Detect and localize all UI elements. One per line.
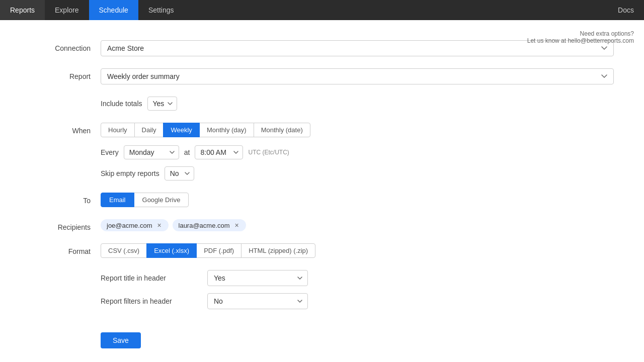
- at-label: at: [184, 148, 190, 156]
- nav-explore[interactable]: Explore: [45, 0, 89, 20]
- skip-empty-select[interactable]: No Yes: [165, 166, 194, 180]
- skip-empty-label: Skip empty reports: [101, 169, 159, 177]
- recipients-control: joe@acme.com × laura@acme.com ×: [101, 219, 614, 231]
- recipients-label: Recipients: [30, 219, 101, 231]
- report-title-header-label: Report title in header: [101, 274, 201, 282]
- to-label: To: [30, 193, 101, 205]
- save-button[interactable]: Save: [101, 332, 141, 348]
- connection-row: Connection Acme Store: [30, 40, 614, 56]
- when-control: Hourly Daily Weekly Monthly (day) Monthl…: [101, 123, 614, 180]
- format-csv[interactable]: CSV (.csv): [101, 243, 147, 258]
- report-row: Report Weekly order summary: [30, 68, 614, 84]
- format-row: Format CSV (.csv) Excel (.xlsx) PDF (.pd…: [30, 243, 614, 258]
- recipients-area: joe@acme.com × laura@acme.com ×: [101, 219, 614, 231]
- report-select[interactable]: Weekly order summary: [101, 68, 614, 84]
- report-title-header-spacer: [30, 270, 101, 274]
- tab-hourly[interactable]: Hourly: [101, 123, 135, 137]
- format-button-group: CSV (.csv) Excel (.xlsx) PDF (.pdf) HTML…: [101, 243, 614, 258]
- timezone-label: UTC (Etc/UTC): [248, 149, 289, 156]
- nav-settings[interactable]: Settings: [138, 0, 184, 20]
- to-tab-group: Email Google Drive: [101, 193, 614, 207]
- report-filters-header-label: Report filters in header: [101, 297, 201, 305]
- include-totals-label: Include totals: [101, 100, 142, 108]
- help-line1: Need extra options?: [527, 30, 634, 37]
- tab-weekly[interactable]: Weekly: [163, 123, 199, 137]
- when-label: When: [30, 123, 101, 135]
- format-control: CSV (.csv) Excel (.xlsx) PDF (.pdf) HTML…: [101, 243, 614, 258]
- report-control: Weekly order summary: [101, 68, 614, 84]
- help-line2: Let us know at hello@betterreports.com: [527, 37, 634, 44]
- skip-empty-row: Skip empty reports No Yes: [101, 166, 614, 180]
- report-title-header-control: Report title in header Yes No Report fil…: [101, 270, 614, 316]
- save-row: Save: [30, 328, 614, 348]
- report-title-header-row: Report title in header Yes No Report fil…: [30, 270, 614, 316]
- remove-laura-button[interactable]: ×: [233, 221, 241, 229]
- nav-schedule[interactable]: Schedule: [89, 0, 138, 20]
- report-title-header-select[interactable]: Yes No: [207, 270, 308, 286]
- tab-daily[interactable]: Daily: [134, 123, 164, 137]
- format-html[interactable]: HTML (zipped) (.zip): [241, 243, 315, 258]
- include-totals-spacer: [30, 97, 101, 101]
- to-google-drive-button[interactable]: Google Drive: [134, 193, 189, 207]
- format-label: Format: [30, 243, 101, 255]
- include-totals-control: Include totals Yes No: [101, 97, 614, 111]
- include-totals-row: Include totals Yes No: [30, 97, 614, 111]
- nav-docs[interactable]: Docs: [608, 0, 644, 20]
- every-at-row: Every Monday Tuesday Wednesday Thursday …: [101, 145, 614, 159]
- report-filters-header-select[interactable]: No Yes: [207, 293, 308, 309]
- include-totals-select[interactable]: Yes No: [147, 97, 177, 111]
- remove-joe-button[interactable]: ×: [155, 221, 164, 229]
- nav-reports[interactable]: Reports: [0, 0, 45, 20]
- every-label: Every: [101, 148, 119, 156]
- navigation: Reports Explore Schedule Settings Docs: [0, 0, 644, 20]
- report-title-sub-row: Report title in header Yes No: [101, 270, 614, 286]
- recipient-email-joe: joe@acme.com: [107, 222, 152, 229]
- recipient-email-laura: laura@acme.com: [179, 222, 230, 229]
- recipient-tag-laura: laura@acme.com ×: [173, 219, 246, 231]
- help-text: Need extra options? Let us know at hello…: [527, 30, 634, 44]
- tab-monthly-date[interactable]: Monthly (date): [254, 123, 310, 137]
- main-content: Need extra options? Let us know at hello…: [0, 20, 644, 362]
- when-tab-group: Hourly Daily Weekly Monthly (day) Monthl…: [101, 123, 614, 137]
- report-label: Report: [30, 68, 101, 80]
- to-control: Email Google Drive: [101, 193, 614, 207]
- report-filters-sub-row: Report filters in header No Yes: [101, 293, 614, 309]
- recipient-tag-joe: joe@acme.com ×: [101, 219, 169, 231]
- to-email-button[interactable]: Email: [101, 193, 134, 207]
- to-row: To Email Google Drive: [30, 193, 614, 207]
- format-pdf[interactable]: PDF (.pdf): [196, 243, 242, 258]
- every-select[interactable]: Monday Tuesday Wednesday Thursday Friday…: [124, 145, 179, 159]
- connection-label: Connection: [30, 40, 101, 52]
- time-select[interactable]: 8:00 AM 9:00 AM 10:00 AM: [195, 145, 243, 159]
- tab-monthly-day[interactable]: Monthly (day): [199, 123, 254, 137]
- recipients-row: Recipients joe@acme.com × laura@acme.com…: [30, 219, 614, 231]
- when-row: When Hourly Daily Weekly Monthly (day) M…: [30, 123, 614, 180]
- format-excel[interactable]: Excel (.xlsx): [146, 243, 197, 258]
